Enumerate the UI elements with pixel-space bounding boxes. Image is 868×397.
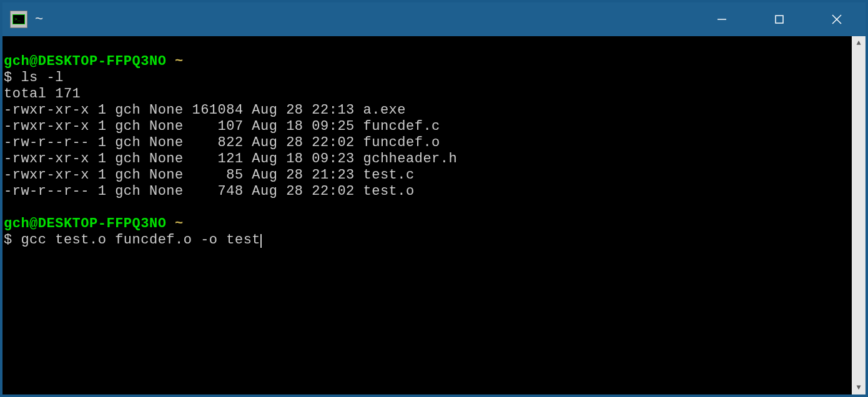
scrollbar[interactable]: ▲ ▼ bbox=[852, 36, 866, 395]
window-controls bbox=[693, 2, 866, 36]
maximize-icon bbox=[774, 14, 785, 25]
output-line: -rw-r--r-- 1 gch None 822 Aug 28 22:02 f… bbox=[4, 135, 440, 150]
prompt-user-host: gch@DESKTOP-FFPQ3NO bbox=[4, 216, 166, 232]
svg-rect-1 bbox=[776, 16, 783, 23]
command-text: ls -l bbox=[21, 70, 64, 86]
app-icon[interactable]: >_ bbox=[10, 11, 27, 28]
output-line: -rwxr-xr-x 1 gch None 121 Aug 18 09:23 g… bbox=[4, 151, 457, 167]
prompt-path: ~ bbox=[175, 54, 184, 69]
prompt-user-host: gch@DESKTOP-FFPQ3NO bbox=[4, 54, 166, 69]
terminal-area: gch@DESKTOP-FFPQ3NO ~ $ ls -l total 171 … bbox=[2, 36, 866, 395]
scroll-down-arrow-icon[interactable]: ▼ bbox=[852, 381, 866, 395]
close-button[interactable] bbox=[808, 2, 866, 36]
maximize-button[interactable] bbox=[751, 2, 808, 36]
scroll-up-arrow-icon[interactable]: ▲ bbox=[852, 36, 866, 50]
minimize-button[interactable] bbox=[693, 2, 751, 36]
window-title: ~ bbox=[35, 12, 43, 27]
current-command-text: gcc test.o funcdef.o -o test bbox=[21, 232, 260, 248]
output-line: -rw-r--r-- 1 gch None 748 Aug 28 22:02 t… bbox=[4, 184, 415, 199]
output-line: -rwxr-xr-x 1 gch None 85 Aug 28 21:23 te… bbox=[4, 167, 415, 183]
output-line: -rwxr-xr-x 1 gch None 161084 Aug 28 22:1… bbox=[4, 102, 406, 118]
close-icon bbox=[831, 13, 843, 26]
prompt-symbol: $ bbox=[4, 70, 12, 86]
output-line: total 171 bbox=[4, 86, 81, 102]
prompt-path: ~ bbox=[175, 216, 184, 232]
titlebar[interactable]: >_ ~ bbox=[2, 2, 866, 36]
minimize-icon bbox=[716, 14, 727, 25]
output-line: -rwxr-xr-x 1 gch None 107 Aug 18 09:25 f… bbox=[4, 119, 440, 134]
terminal-window: >_ ~ gch@DESKTOP-FFPQ3NO ~ $ ls -l total… bbox=[2, 2, 866, 395]
prompt-symbol: $ bbox=[4, 232, 12, 248]
terminal-output[interactable]: gch@DESKTOP-FFPQ3NO ~ $ ls -l total 171 … bbox=[2, 36, 852, 395]
text-cursor bbox=[260, 234, 262, 248]
